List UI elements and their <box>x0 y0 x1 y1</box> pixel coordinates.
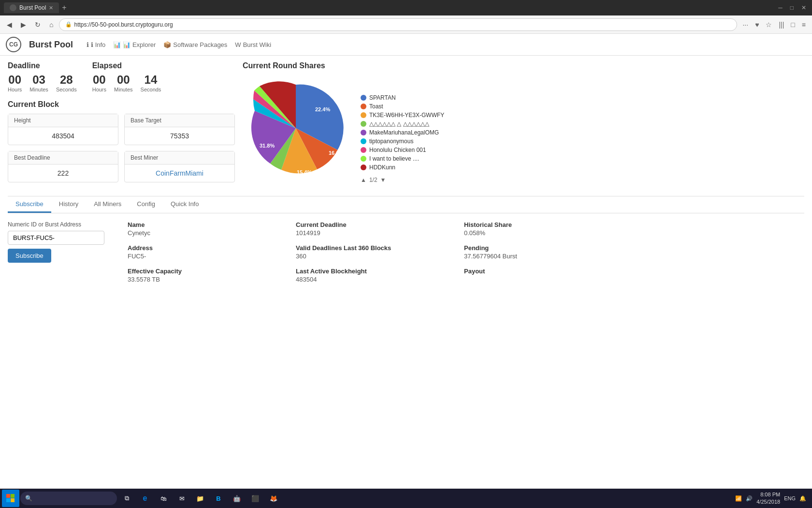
sidebar-icon[interactable]: □ <box>788 20 797 30</box>
address-bar[interactable]: 🔒 https://50-50-pool.burst.cryptoguru.or… <box>59 18 737 31</box>
forward-button[interactable]: ▶ <box>18 19 29 30</box>
best-deadline-card: Best Deadline 222 <box>8 151 118 182</box>
subscribe-section: Numeric ID or Burst Address Subscribe Na… <box>8 221 804 283</box>
nav-packages[interactable]: 📦 Software Packages <box>163 41 227 48</box>
best-deadline-label: Best Deadline <box>8 151 118 164</box>
legend-item-tk3e: TK3E-W6HH-YE3X-GWWFY <box>361 112 444 119</box>
clock-date: 4/25/2018 <box>756 498 780 506</box>
elapsed-values: 00 Hours 00 Minutes 14 Seconds <box>92 73 161 92</box>
top-left: Deadline 00 Hours 03 Minutes 28 Seconds <box>8 61 235 188</box>
last-active-label: Last Active Blockheight <box>296 268 441 275</box>
nav-info[interactable]: ℹ ℹ Info <box>87 41 105 48</box>
deadline-minutes-value: 03 <box>29 73 48 87</box>
folder-button[interactable]: 📁 <box>191 490 209 507</box>
nav-explorer-label: 📊 Explorer <box>123 41 156 48</box>
more-button[interactable]: ··· <box>740 20 751 30</box>
secure-icon: 🔒 <box>65 21 72 28</box>
store-button[interactable]: 🛍 <box>155 490 172 507</box>
home-button[interactable]: ⌂ <box>46 19 56 30</box>
burst-address-input[interactable] <box>8 231 104 245</box>
tab-all-miners[interactable]: All Miners <box>86 196 129 213</box>
pending-field: Pending 37.56779604 Burst <box>464 244 609 260</box>
browser-toolbar: ◀ ▶ ↻ ⌂ 🔒 https://50-50-pool.burst.crypt… <box>0 15 812 34</box>
android-icon: 🤖 <box>233 495 241 502</box>
legend-dot-tk3e <box>361 112 366 118</box>
task-view-button[interactable]: ⧉ <box>118 490 135 507</box>
subscribe-button[interactable]: Subscribe <box>8 249 51 263</box>
chart-legend: SPARTAN Toast TK3E-W6HH-YE3X-GWWFY △△△△△… <box>361 94 444 183</box>
new-tab-button[interactable]: + <box>59 3 69 12</box>
burst-button[interactable]: B <box>210 490 227 507</box>
browser-tab[interactable]: Burst Pool ✕ <box>4 2 59 13</box>
legend-next-button[interactable]: ▼ <box>380 177 386 183</box>
current-deadline-field: Current Deadline 1014919 <box>296 221 441 237</box>
elapsed-minutes: 00 Minutes <box>114 73 133 92</box>
elapsed-seconds-value: 14 <box>141 73 161 87</box>
nav-wiki[interactable]: W Burst Wiki <box>235 41 271 48</box>
tab-quick-info[interactable]: Quick Info <box>163 196 207 213</box>
stats-row: Deadline 00 Hours 03 Minutes 28 Seconds <box>8 61 235 92</box>
base-target-label: Base Target <box>125 114 234 127</box>
valid-deadlines-value: 360 <box>296 253 441 260</box>
pocket-icon[interactable]: ♥ <box>753 20 761 30</box>
taskbar-search[interactable]: 🔍 <box>20 492 117 505</box>
deadline-seconds: 28 Seconds <box>56 73 77 92</box>
bookmark-icon[interactable]: ☆ <box>763 20 774 30</box>
chart-icon: 📊 <box>113 41 121 48</box>
legend-dot-mariuhana <box>361 130 366 135</box>
elapsed-label: Elapsed <box>92 61 161 70</box>
refresh-button[interactable]: ↻ <box>32 19 44 30</box>
maximize-button[interactable]: □ <box>788 3 796 12</box>
tab-content: Numeric ID or Burst Address Subscribe Na… <box>8 213 804 291</box>
minimize-button[interactable]: ─ <box>776 3 784 12</box>
chart-container: 22.4% 16.6% 15.4% 31.8% <box>243 75 349 183</box>
miner-info-grid: Name Cynetyc Current Deadline 1014919 Hi… <box>128 221 609 283</box>
label-mariuhana: 31.8% <box>260 143 275 149</box>
edge-button[interactable]: e <box>136 490 154 507</box>
close-button[interactable]: ✕ <box>799 3 808 12</box>
legend-item-triangles: △△△△△△ △ △△△△△△ <box>361 120 444 127</box>
cmd-button[interactable]: ⬛ <box>246 490 264 507</box>
mail-icon: ✉ <box>179 495 185 502</box>
close-tab-button[interactable]: ✕ <box>49 5 53 11</box>
edge-icon: e <box>143 494 147 503</box>
tab-bar: Burst Pool ✕ + <box>4 2 776 13</box>
volume-icon: 🔊 <box>746 495 753 502</box>
back-button[interactable]: ◀ <box>4 19 15 30</box>
pending-label: Pending <box>464 244 609 252</box>
firefox-button[interactable]: 🦊 <box>265 490 282 507</box>
tab-subscribe[interactable]: Subscribe <box>8 196 51 213</box>
notification-icon: 🔔 <box>799 495 806 502</box>
legend-prev-button[interactable]: ▲ <box>361 177 366 183</box>
effective-capacity-value: 33.5578 TB <box>128 276 273 283</box>
historical-share-field: Historical Share 0.058% <box>464 221 609 237</box>
tab-config[interactable]: Config <box>129 196 163 213</box>
taskbar-tray: 📶 🔊 8:08 PM 4/25/2018 ENG 🔔 <box>731 491 810 506</box>
legend-label-iwtb: I want to believe .... <box>369 155 419 162</box>
mail-button[interactable]: ✉ <box>173 490 190 507</box>
nav-explorer[interactable]: 📊 📊 Explorer <box>113 41 156 48</box>
legend-item-toast: Toast <box>361 103 444 110</box>
height-label: Height <box>8 114 118 127</box>
deadline-seconds-label: Seconds <box>56 87 77 92</box>
best-miner-value[interactable]: CoinFarmMiami <box>125 164 234 182</box>
deadline-hours: 00 Hours <box>8 73 22 92</box>
menu-icon[interactable]: ≡ <box>799 20 808 30</box>
last-active-value: 483504 <box>296 276 441 283</box>
reader-icon[interactable]: ||| <box>776 20 786 30</box>
start-button[interactable] <box>2 490 19 507</box>
current-block-label: Current Block <box>8 100 235 109</box>
legend-dot-iwtb <box>361 156 366 162</box>
task-view-icon: ⧉ <box>125 494 129 502</box>
svg-rect-3 <box>11 498 14 502</box>
tab-history[interactable]: History <box>51 196 86 213</box>
current-deadline-label: Current Deadline <box>296 221 441 228</box>
nav-packages-label: Software Packages <box>173 41 227 48</box>
android-button[interactable]: 🤖 <box>228 490 246 507</box>
clock-time: 8:08 PM <box>756 491 780 498</box>
best-deadline-value: 222 <box>8 164 118 182</box>
top-cards-row: Height 483504 Base Target 75353 <box>8 114 235 151</box>
elapsed-minutes-label: Minutes <box>114 87 133 92</box>
best-miner-label: Best Miner <box>125 151 234 164</box>
app-nav: CG Burst Pool ℹ ℹ Info 📊 📊 Explorer 📦 So… <box>0 34 812 56</box>
